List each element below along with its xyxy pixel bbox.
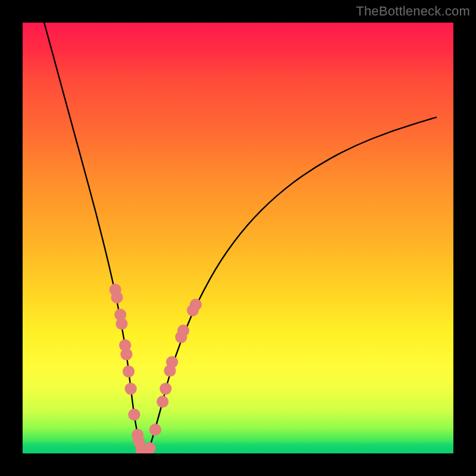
data-point xyxy=(166,356,178,368)
data-point xyxy=(144,442,156,453)
data-point xyxy=(128,409,140,421)
chart-frame: TheBottleneck.com xyxy=(0,0,476,476)
watermark-text: TheBottleneck.com xyxy=(356,4,470,19)
data-point xyxy=(177,325,189,337)
data-point xyxy=(149,424,161,436)
bottleneck-chart xyxy=(23,23,453,453)
chart-plot-area xyxy=(23,23,453,453)
data-point xyxy=(120,348,132,360)
data-point xyxy=(123,365,134,377)
data-point xyxy=(159,383,171,394)
data-point xyxy=(190,299,202,311)
data-point xyxy=(111,292,123,303)
data-point xyxy=(125,383,137,394)
curve-line xyxy=(44,23,436,453)
data-point xyxy=(115,318,127,330)
data-point xyxy=(156,396,168,408)
